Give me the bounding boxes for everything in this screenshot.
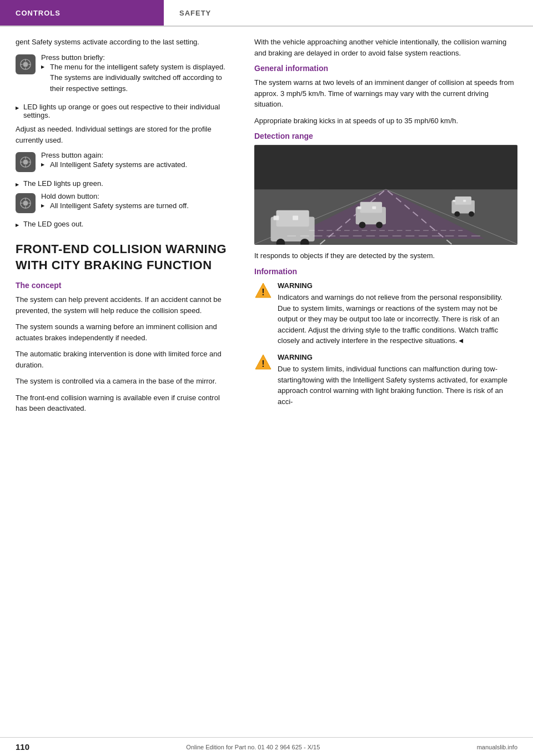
warning-body-1: Indicators and warnings do not relieve f… xyxy=(278,293,502,345)
svg-rect-15 xyxy=(274,216,279,220)
concept-para1: The system can help prevent accidents. I… xyxy=(16,294,232,316)
svg-rect-27 xyxy=(452,200,455,202)
warning-text-2: WARNING Due to system limits, individual… xyxy=(278,352,517,407)
hold-down-block: Hold down button: All Intelligent Safety… xyxy=(16,192,232,215)
led-out-block: ▶ The LED goes out. xyxy=(16,220,232,228)
svg-point-3 xyxy=(23,159,28,164)
controls-label: CONTROLS xyxy=(16,9,61,17)
concept-para4: The system is controlled via a camera in… xyxy=(16,376,232,387)
svg-point-29 xyxy=(454,211,460,217)
page-header: CONTROLS SAFETY xyxy=(0,0,533,27)
warning-icon-2: ! xyxy=(254,353,272,371)
concept-para2: The system sounds a warning before an im… xyxy=(16,321,232,343)
general-info-heading: General information xyxy=(254,64,517,73)
svg-rect-28 xyxy=(463,200,466,202)
hold-down-label: Hold down button: xyxy=(41,192,99,200)
svg-rect-21 xyxy=(358,206,361,209)
intro-text: gent Safety systems activate according t… xyxy=(16,37,232,48)
footer-copyright: Online Edition for Part no. 01 40 2 964 … xyxy=(186,744,320,750)
section-heading-large: FRONT-END COLLISION WARNING WITH CITY BR… xyxy=(16,241,232,273)
svg-rect-20 xyxy=(360,202,383,213)
left-column: gent Safety systems activate according t… xyxy=(0,37,244,420)
main-content: gent Safety systems activate according t… xyxy=(0,27,533,420)
press-briefly-list: The menu for the intelligent safety syst… xyxy=(41,62,232,94)
warning-icon-1: ! xyxy=(254,281,272,299)
safety-label: SAFETY xyxy=(179,9,211,17)
svg-point-1 xyxy=(23,62,28,67)
warning-label-2: WARNING xyxy=(278,352,517,363)
general-info-para1: The system warns at two levels of an imm… xyxy=(254,77,517,110)
concept-para3: The automatic braking intervention is do… xyxy=(16,349,232,370)
controls-tab: CONTROLS xyxy=(0,0,164,26)
svg-point-5 xyxy=(23,200,28,205)
hold-down-icon xyxy=(16,193,36,213)
detection-caption: It responds to objects if they are detec… xyxy=(254,250,517,261)
warning-block-1: ! WARNING Indicators and warnings do not… xyxy=(254,280,517,346)
svg-point-23 xyxy=(359,221,366,228)
press-again-icon xyxy=(16,152,36,172)
footer-watermark: manualslib.info xyxy=(477,744,517,750)
svg-rect-16 xyxy=(293,216,298,220)
list-item: The menu for the intelligent safety syst… xyxy=(41,62,232,94)
press-again-list: All Intelligent Safety systems are activ… xyxy=(41,159,232,170)
svg-rect-22 xyxy=(372,206,376,209)
detection-range-image xyxy=(254,145,517,245)
right-column: With the vehicle approaching another veh… xyxy=(244,37,533,420)
page-footer: 110 Online Edition for Part no. 01 40 2 … xyxy=(0,737,533,756)
press-briefly-label: Press button briefly: xyxy=(41,53,105,62)
led-green-text: The LED lights up green. xyxy=(23,179,103,188)
svg-point-24 xyxy=(376,221,383,228)
safety-tab: SAFETY xyxy=(164,0,227,26)
led-bullet-text: LED lights up orange or goes out respect… xyxy=(23,103,232,119)
led-green-block: ▶ The LED lights up green. xyxy=(16,179,232,188)
detection-range-heading: Detection range xyxy=(254,132,517,140)
led-out-text: The LED goes out. xyxy=(23,220,83,228)
press-again-label: Press button again: xyxy=(41,151,103,159)
adjust-text: Adjust as needed. Individual settings ar… xyxy=(16,124,232,145)
warning-text-1: WARNING Indicators and warnings do not r… xyxy=(278,280,517,346)
arrow-icon: ▶ xyxy=(16,105,19,110)
warning-label-1: WARNING xyxy=(278,280,517,291)
arrow-icon: ▶ xyxy=(16,182,19,187)
svg-text:!: ! xyxy=(262,359,264,369)
press-briefly-icon xyxy=(16,54,36,74)
svg-text:!: ! xyxy=(262,288,264,297)
press-briefly-block: Press button briefly: The menu for the i… xyxy=(16,53,232,98)
hold-down-text: Hold down button: All Intelligent Safety… xyxy=(41,192,232,215)
information-heading: Information xyxy=(254,267,517,276)
hold-down-list: All Intelligent Safety systems are turne… xyxy=(41,200,232,211)
list-item: All Intelligent Safety systems are turne… xyxy=(41,200,232,211)
warning-block-2: ! WARNING Due to system limits, individu… xyxy=(254,352,517,407)
general-info-para2: Appropriate braking kicks in at speeds o… xyxy=(254,115,517,127)
press-briefly-text: Press button briefly: The menu for the i… xyxy=(41,53,232,98)
page-number: 110 xyxy=(16,742,29,752)
press-again-text: Press button again: All Intelligent Safe… xyxy=(41,151,232,174)
list-item: All Intelligent Safety systems are activ… xyxy=(41,159,232,170)
svg-point-30 xyxy=(469,211,474,217)
right-intro: With the vehicle approaching another veh… xyxy=(254,37,517,58)
concept-heading: The concept xyxy=(16,281,232,290)
road-diagram-svg xyxy=(254,145,517,245)
concept-para5: The front-end collision warning is avail… xyxy=(16,392,232,414)
warning-body-2: Due to system limits, individual functio… xyxy=(278,365,507,406)
press-again-block: Press button again: All Intelligent Safe… xyxy=(16,151,232,174)
led-bullet-block: ▶ LED lights up orange or goes out respe… xyxy=(16,103,232,119)
arrow-icon: ▶ xyxy=(16,223,19,228)
